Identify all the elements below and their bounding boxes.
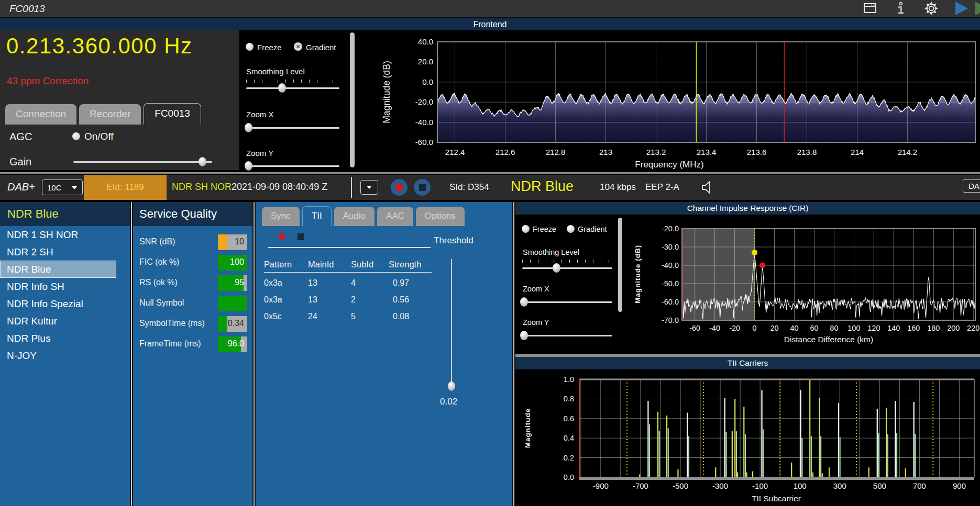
service-item[interactable]: NDR Plus bbox=[0, 330, 130, 347]
cir-zoom-x-slider[interactable] bbox=[522, 297, 612, 307]
svg-text:-100: -100 bbox=[752, 481, 768, 490]
tii-cell: 0.97 bbox=[393, 278, 409, 288]
quality-row: FIC (ok %)100 bbox=[133, 255, 252, 271]
play-icon[interactable] bbox=[955, 2, 968, 15]
service-item[interactable]: NDR 2 SH bbox=[0, 243, 130, 261]
chevron-down-icon bbox=[71, 186, 78, 189]
threshold-slider-track[interactable] bbox=[451, 259, 452, 390]
service-item[interactable]: NDR Info Spezial bbox=[0, 295, 130, 312]
service-item[interactable]: NDR Info SH bbox=[0, 278, 130, 295]
gain-slider[interactable] bbox=[73, 157, 212, 166]
frontend-zoom-y-slider[interactable] bbox=[246, 161, 339, 171]
cir-zoom-y-track[interactable] bbox=[522, 335, 612, 336]
play-secondary-icon[interactable] bbox=[975, 2, 980, 15]
svg-text:-20.0: -20.0 bbox=[415, 97, 433, 106]
quality-label: Null Symbol bbox=[139, 298, 184, 308]
tab-options[interactable]: Options bbox=[416, 207, 465, 226]
frontend-freeze-label: Freeze bbox=[257, 43, 282, 52]
svg-text:0.6: 0.6 bbox=[564, 414, 574, 423]
quality-label: SymbolTime (ms) bbox=[139, 319, 205, 328]
frontend-smoothing-track[interactable] bbox=[246, 87, 339, 89]
svg-text:TII Subcarrier: TII Subcarrier bbox=[752, 494, 801, 503]
info-icon[interactable] bbox=[897, 2, 905, 17]
svg-text:140: 140 bbox=[887, 324, 900, 332]
svg-text:40: 40 bbox=[790, 324, 798, 332]
tii-tab-bar: SyncTIIAudioAACOptions bbox=[262, 205, 467, 226]
tii-carriers-panel: TII Carriers -900-700-500-300-1001003005… bbox=[515, 357, 980, 506]
record-button[interactable] bbox=[391, 179, 408, 196]
cir-zoom-x-label: Zoom X bbox=[523, 285, 549, 293]
quality-bar: 95 bbox=[218, 275, 247, 291]
frontend-zoom-x-track[interactable] bbox=[246, 127, 339, 129]
cir-smoothing-track[interactable] bbox=[522, 267, 612, 269]
tab-recorder[interactable]: Recorder bbox=[79, 104, 141, 125]
tab-fc0013[interactable]: FC0013 bbox=[144, 103, 201, 125]
cir-zoom-y-slider[interactable] bbox=[522, 331, 612, 340]
gear-icon[interactable] bbox=[924, 1, 939, 18]
cir-smoothing-thumb[interactable] bbox=[553, 263, 560, 273]
record-options-dropdown[interactable] bbox=[360, 180, 378, 195]
frontend-zoom-x-thumb[interactable] bbox=[245, 123, 252, 132]
svg-text:214: 214 bbox=[851, 148, 864, 156]
svg-text:-300: -300 bbox=[712, 481, 728, 490]
ensemble-name: NDR SH NOR bbox=[172, 182, 232, 193]
tab-audio[interactable]: Audio bbox=[334, 207, 375, 226]
cir-zoom-y-thumb[interactable] bbox=[520, 331, 528, 340]
service-item[interactable]: NDR Blue bbox=[0, 261, 116, 278]
quality-value: 0.34 bbox=[228, 319, 244, 328]
svg-text:212.6: 212.6 bbox=[495, 148, 515, 156]
tii-column-header: MainId bbox=[308, 260, 334, 269]
svg-text:60: 60 bbox=[810, 324, 818, 332]
service-item[interactable]: NDR Kultur bbox=[0, 312, 130, 330]
frontend-freeze-radio[interactable] bbox=[246, 43, 254, 51]
gain-slider-track[interactable] bbox=[73, 161, 212, 163]
svg-text:220: 220 bbox=[967, 324, 979, 332]
svg-text:0.2: 0.2 bbox=[564, 454, 574, 462]
quality-row: SymbolTime (ms)0.34 bbox=[133, 316, 252, 332]
cir-scrollbar[interactable] bbox=[618, 218, 622, 312]
protection-value: EEP 2-A bbox=[645, 182, 679, 193]
tii-cell: 0x3a bbox=[264, 295, 282, 305]
frontend-panel-header: Frontend bbox=[0, 18, 980, 30]
horizontal-separator bbox=[0, 172, 980, 174]
service-item[interactable]: NDR 1 SH NOR bbox=[0, 226, 130, 243]
svg-text:Magnitude (dB): Magnitude (dB) bbox=[381, 61, 392, 123]
cir-freeze-radio[interactable] bbox=[522, 225, 530, 233]
stop-button[interactable] bbox=[414, 179, 431, 196]
service-quality-panel: Service Quality SNR (dB)10FIC (ok %)100R… bbox=[133, 202, 252, 506]
svg-text:-500: -500 bbox=[673, 481, 688, 490]
tab-connection[interactable]: Connection bbox=[5, 104, 76, 125]
frontend-zoom-x-slider[interactable] bbox=[246, 123, 339, 132]
tab-tii[interactable]: TII bbox=[302, 206, 332, 226]
tii-cell: 4 bbox=[351, 278, 356, 288]
frontend-scrollbar[interactable] bbox=[350, 32, 355, 167]
tab-aac[interactable]: AAC bbox=[377, 207, 413, 226]
window-icon[interactable] bbox=[863, 2, 877, 17]
tab-sync[interactable]: Sync bbox=[262, 207, 300, 226]
gain-slider-thumb[interactable] bbox=[199, 157, 206, 166]
svg-text:213.4: 213.4 bbox=[697, 148, 717, 156]
frontend-smoothing-slider[interactable] bbox=[246, 83, 339, 93]
quality-bar-fill bbox=[218, 234, 227, 250]
tii-separator-line bbox=[268, 247, 431, 248]
quality-bar: 10 bbox=[218, 234, 247, 250]
frontend-smoothing-thumb[interactable] bbox=[278, 83, 286, 93]
speaker-icon[interactable] bbox=[701, 181, 714, 196]
cir-zoom-x-thumb[interactable] bbox=[520, 297, 528, 307]
channel-dropdown[interactable]: 10C bbox=[42, 179, 83, 195]
sid-value: SId: D354 bbox=[449, 182, 489, 193]
agc-toggle-radio[interactable] bbox=[72, 132, 80, 140]
frontend-zoom-y-thumb[interactable] bbox=[245, 161, 252, 171]
tuner-tab-bar: ConnectionRecorderFC0013 bbox=[5, 104, 204, 125]
svg-text:-40: -40 bbox=[709, 324, 720, 332]
frontend-gradient-checked-icon[interactable] bbox=[294, 42, 302, 51]
quality-value: 10 bbox=[235, 237, 244, 246]
frontend-zoom-y-track[interactable] bbox=[246, 165, 339, 167]
service-item[interactable]: N-JOY bbox=[0, 347, 130, 364]
cir-smoothing-slider[interactable] bbox=[522, 263, 612, 273]
cir-gradient-radio[interactable] bbox=[567, 225, 575, 233]
frontend-spectrum-chart[interactable]: 212.4212.6212.8213213.2213.4213.6213.821… bbox=[359, 30, 980, 170]
threshold-slider-thumb[interactable] bbox=[448, 381, 455, 391]
svg-text:200: 200 bbox=[947, 324, 960, 332]
cir-zoom-x-track[interactable] bbox=[522, 301, 612, 303]
